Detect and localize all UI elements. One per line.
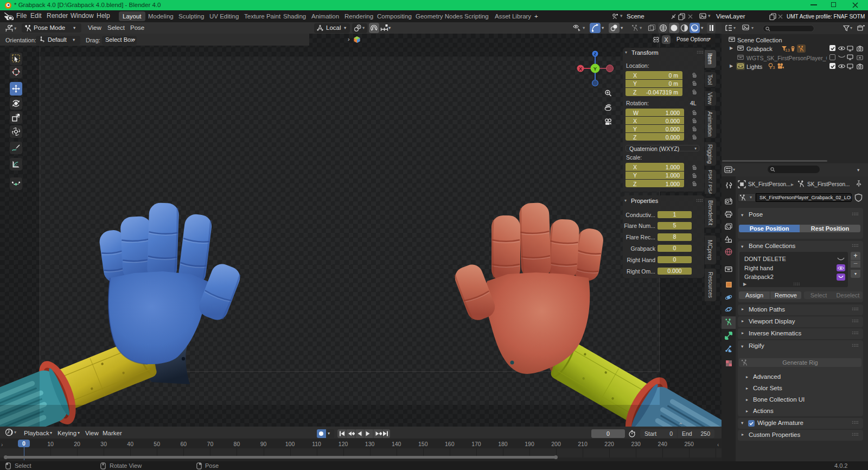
svg-text:Y: Y (593, 66, 597, 72)
svg-text:X: X (579, 66, 582, 72)
svg-text:Z: Z (594, 52, 597, 56)
